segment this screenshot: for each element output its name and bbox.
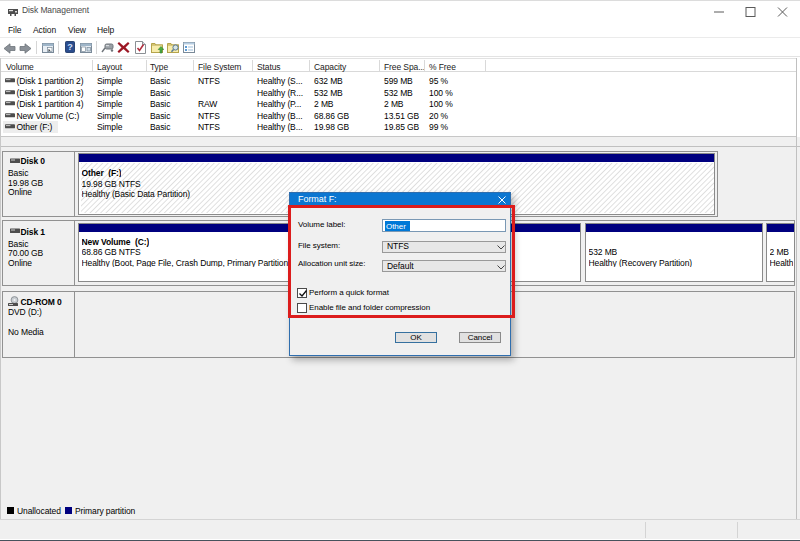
svg-text:?: ? (67, 42, 73, 52)
